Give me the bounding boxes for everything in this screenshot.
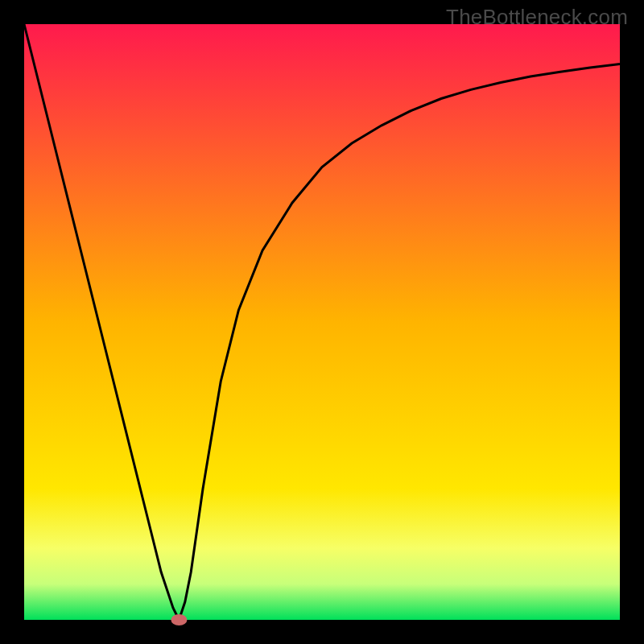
minimum-marker	[171, 614, 187, 625]
watermark-text: TheBottleneck.com	[446, 5, 628, 30]
chart-svg	[0, 0, 644, 644]
chart-frame: TheBottleneck.com	[0, 0, 644, 644]
plot-background	[24, 24, 620, 620]
